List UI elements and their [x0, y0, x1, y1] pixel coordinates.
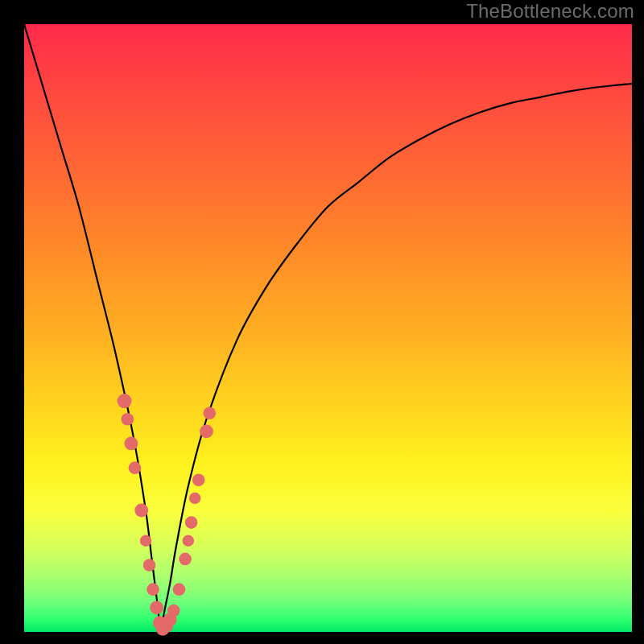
bottleneck-curve	[24, 24, 632, 632]
sample-marker	[147, 583, 159, 596]
sample-marker	[200, 424, 213, 438]
sample-marker	[167, 605, 180, 617]
sample-marker	[179, 553, 192, 566]
plot-area	[24, 24, 632, 632]
sample-marker	[185, 516, 198, 529]
sample-marker	[189, 493, 200, 504]
sample-marker	[150, 601, 163, 614]
sample-marker	[124, 437, 138, 451]
sample-marker	[122, 413, 134, 426]
chart-svg	[24, 24, 632, 632]
sample-marker	[129, 461, 142, 474]
sample-marker	[140, 535, 151, 547]
sample-marker	[203, 407, 216, 419]
sample-marker	[192, 473, 205, 486]
chart-frame: TheBottleneck.com	[0, 0, 644, 644]
sample-marker	[143, 559, 156, 572]
sample-marker	[118, 394, 132, 408]
watermark-text: TheBottleneck.com	[466, 0, 634, 23]
sample-marker	[183, 535, 194, 547]
sample-marker	[134, 504, 148, 518]
sample-marker	[173, 583, 186, 596]
